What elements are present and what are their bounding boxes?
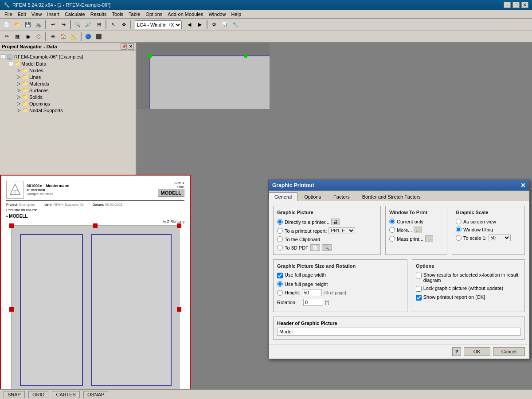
opt-filling[interactable]: Window filling — [456, 227, 521, 232]
option-clipboard[interactable]: To the Clipboard — [277, 236, 377, 242]
opt-to-scale[interactable]: To scale 1: 50 25 100 — [456, 235, 521, 241]
results-checkbox[interactable] — [416, 273, 422, 278]
radio-report[interactable] — [277, 228, 283, 234]
tb2-4[interactable]: ⬡ — [34, 32, 43, 42]
menu-window[interactable]: Window — [206, 11, 228, 17]
tab-options[interactable]: Options — [298, 192, 327, 201]
expand-nodes[interactable]: ▷ — [17, 67, 21, 73]
opt-show-report-row[interactable]: Show printout report on [OK] — [416, 294, 521, 301]
tree-openings[interactable]: ▷ 📁 Openings — [1, 100, 135, 107]
tb-extra3[interactable]: 🔧 — [231, 20, 240, 30]
cartes-button[interactable]: CARTES — [52, 391, 79, 398]
info-icon[interactable]: ? — [452, 347, 461, 356]
printer-button[interactable]: 🖨 — [331, 219, 340, 225]
expand-openings[interactable]: ▷ — [17, 101, 21, 106]
pin-button[interactable]: 📌 — [121, 43, 127, 50]
expand-lines[interactable]: ▷ — [17, 74, 21, 80]
radio-pdf[interactable] — [277, 245, 283, 250]
tab-factors[interactable]: Factors — [328, 192, 356, 201]
tree-surfaces[interactable]: ▷ 📁 Surfaces — [1, 87, 135, 94]
radio-printer[interactable] — [277, 219, 283, 225]
tb-undo[interactable]: ↩ — [48, 20, 58, 30]
menu-file[interactable]: File — [2, 11, 15, 17]
opt-more[interactable]: More... ... — [389, 227, 443, 233]
tb-open[interactable]: 📂 — [12, 20, 22, 30]
root-expand[interactable]: − — [1, 55, 5, 59]
radio-full-height[interactable] — [277, 281, 283, 287]
more-button[interactable]: ... — [414, 227, 422, 233]
tb-extra1[interactable]: ⚙ — [209, 20, 219, 30]
tb-zoom-all[interactable]: ⊞ — [94, 20, 104, 30]
opt-results-row[interactable]: Show results for selected x-location in … — [416, 272, 521, 283]
lock-checkbox[interactable] — [416, 286, 422, 292]
tb-next[interactable]: ▶ — [195, 20, 205, 30]
opt-lock-row[interactable]: Lock graphic picture (without update) — [416, 286, 521, 292]
tb-save[interactable]: 💾 — [23, 20, 33, 30]
radio-clipboard[interactable] — [277, 236, 283, 242]
close-button[interactable]: ✕ — [521, 2, 528, 8]
model-expand[interactable]: − — [9, 62, 13, 66]
radio-current[interactable] — [389, 219, 395, 224]
tb2-6[interactable]: 🏠 — [59, 32, 68, 42]
tab-border[interactable]: Border and Stretch Factors — [356, 192, 426, 201]
menu-table[interactable]: Table — [126, 11, 143, 17]
mass-button[interactable]: ... — [425, 235, 433, 242]
tb2-3[interactable]: ◉ — [23, 32, 33, 42]
opt-mass[interactable]: Mass print... ... — [389, 235, 443, 242]
full-width-row[interactable]: Use full page width — [277, 272, 403, 278]
tree-nodes[interactable]: ▷ 📁 Nodes — [1, 67, 135, 74]
expand-nodal-supports[interactable]: ▷ — [17, 107, 21, 113]
opt-screen[interactable]: As screen view — [456, 219, 521, 224]
tb-redo[interactable]: ↪ — [59, 20, 68, 30]
radio-screen[interactable] — [456, 219, 462, 224]
option-pdf[interactable]: To 3D PDF 📄 🔍 — [277, 244, 377, 251]
expand-solids[interactable]: ▷ — [17, 94, 21, 100]
tree-root[interactable]: − 🏢 RFEM-Example-06* [Examples] — [1, 53, 135, 60]
dialog-close-button[interactable]: ✕ — [520, 182, 526, 189]
menu-results[interactable]: Results — [88, 11, 110, 17]
snap-button[interactable]: SNAP — [4, 391, 25, 398]
full-height-row[interactable]: Use full page height — [277, 281, 403, 287]
full-width-checkbox[interactable] — [277, 273, 283, 278]
tree-nodal-supports[interactable]: ▷ 📁 Nodal Supports — [1, 107, 135, 113]
menu-options[interactable]: Options — [143, 11, 165, 17]
pdf-btn2[interactable]: 🔍 — [322, 244, 332, 251]
tree-lines[interactable]: ▷ 📁 Lines — [1, 74, 135, 80]
radio-filling[interactable] — [456, 227, 462, 232]
tb-move[interactable]: ✥ — [119, 20, 129, 30]
maximize-button[interactable]: □ — [512, 2, 520, 8]
tb2-9[interactable]: ⬛ — [94, 32, 104, 42]
minimize-button[interactable]: — — [504, 2, 511, 8]
tb-zoom-out[interactable]: 🔎 — [83, 20, 93, 30]
header-value-input[interactable] — [277, 328, 521, 336]
tb-new[interactable]: 📄 — [2, 20, 12, 30]
radio-to-scale[interactable] — [456, 235, 462, 241]
tree-model-data[interactable]: − 📁 Model Data — [1, 60, 135, 67]
option-report[interactable]: To a printout report: PR1: E — [277, 227, 377, 234]
panel-close-button[interactable]: ✕ — [128, 43, 134, 50]
tb-extra2[interactable]: 📊 — [220, 20, 230, 30]
opt-current[interactable]: Current only — [389, 219, 443, 224]
tree-materials[interactable]: ▷ 📁 Materials — [1, 80, 135, 87]
menu-addon[interactable]: Add-on Modules — [165, 11, 206, 17]
menu-view[interactable]: View — [29, 11, 45, 17]
menu-insert[interactable]: Insert — [44, 11, 62, 17]
height-input[interactable] — [302, 289, 322, 296]
tb-prev[interactable]: ◀ — [184, 20, 194, 30]
radio-height[interactable] — [277, 290, 283, 296]
title-bar-controls[interactable]: — □ ✕ — [504, 2, 528, 8]
menu-calculate[interactable]: Calculate — [62, 11, 88, 17]
menu-help[interactable]: Help — [229, 11, 244, 17]
panel-controls[interactable]: 📌 ✕ — [121, 43, 134, 50]
tb2-8[interactable]: 🔵 — [83, 32, 93, 42]
tb2-2[interactable]: ▦ — [12, 32, 22, 42]
tb2-7[interactable]: 📐 — [69, 32, 79, 42]
load-case-dropdown[interactable]: LC4 - Wind in +X — [135, 20, 182, 29]
cancel-button[interactable]: Cancel — [493, 347, 525, 356]
report-dropdown[interactable]: PR1: E — [329, 227, 355, 234]
pdf-btn1[interactable]: 📄 — [310, 244, 320, 251]
menu-edit[interactable]: Edit — [15, 11, 29, 17]
show-report-checkbox[interactable] — [416, 295, 422, 301]
tb-zoom-in[interactable]: 🔍 — [73, 20, 82, 30]
osnap-button[interactable]: OSNAP — [83, 391, 109, 398]
